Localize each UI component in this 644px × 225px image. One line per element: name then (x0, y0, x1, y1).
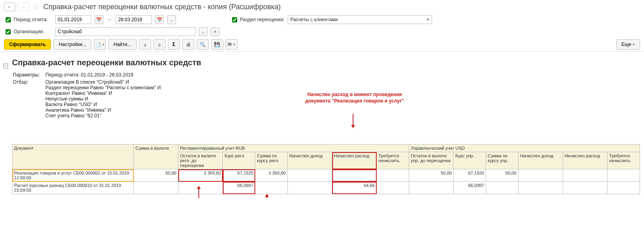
cell-amt-cur (134, 182, 178, 194)
report-title: Справка-расчет переоценки валютных средс… (12, 58, 640, 67)
col-reg-sum: Сумма по курсу регл. (255, 152, 288, 169)
section-value: Расчеты с клиентами (290, 17, 338, 22)
more-button[interactable]: Еще ▾ (616, 39, 640, 50)
cell-reg-expense: 54,66 (332, 182, 377, 194)
col-amt-cur: Сумма в валюте (134, 145, 178, 169)
date-from-input[interactable] (55, 15, 91, 24)
col-mgmt-sum: Сумма по курсу упр. (486, 152, 518, 169)
period-checkbox[interactable]: Период отчета: (4, 16, 52, 24)
annotation-arrow-icon (353, 114, 353, 126)
cell-reg-sum (255, 182, 288, 194)
cell-mgmt-need (608, 182, 640, 194)
cell-mgmt-need (608, 169, 640, 182)
cell-mgmt-income (518, 169, 563, 182)
cell-mgmt-expense (563, 169, 607, 182)
param-value: Период отчета: 01.01.2019 - 28.03.2019 (45, 72, 166, 78)
period-check-input[interactable] (6, 17, 11, 22)
org-check-input[interactable] (6, 29, 11, 34)
cell-mgmt-rate: 67,1920 (454, 169, 486, 182)
save-button[interactable]: 💾 (211, 39, 223, 50)
cell-reg-rate: 66,0987 (223, 182, 255, 194)
cell-reg-rate: 67,1920 (223, 169, 255, 182)
section-checkbox[interactable]: Раздел переоценки: (230, 16, 285, 24)
period-ellipsis-button[interactable]: ... (167, 15, 176, 24)
section-combo[interactable]: Расчеты с клиентами ▼ (288, 15, 432, 24)
report-table: Документ Сумма в валюте Регламентированн… (12, 144, 640, 194)
page-title: Справка-расчет переоценки валютных средс… (43, 3, 281, 11)
col-reg-need: Требуется начислить (377, 152, 409, 169)
annotation-top: Начислен расход в момент проведения доку… (305, 92, 405, 104)
org-checkbox[interactable]: Организация: (4, 28, 52, 36)
col-reg-rate: Курс регл. (223, 152, 255, 169)
col-reg-income: Начислен доход (287, 152, 332, 169)
collapse-handle[interactable]: − (3, 64, 8, 68)
col-reg-balance: Остаток в валюте регл. до переоценки (178, 152, 223, 169)
filter-line: Счет учета Равно "62.01" (45, 113, 161, 119)
section-check-input[interactable] (232, 17, 237, 22)
cell-reg-need (377, 182, 409, 194)
annotation-arrow-icon (198, 188, 199, 198)
col-reg-expense: Начислен расход (332, 152, 377, 169)
cell-doc: Расчет курсовых разниц СБ00-000010 от 31… (12, 182, 134, 194)
org-input[interactable] (55, 27, 196, 36)
preview-button[interactable]: 🔍 (197, 39, 209, 50)
cell-mgmt-rate: 66,0987 (454, 182, 486, 194)
nav-forward-button[interactable]: → (18, 2, 29, 11)
col-mgmt-group: Управленческий учет USD (409, 145, 640, 152)
col-mgmt-balance: Остаток в валюте упр. до переоценки (409, 152, 454, 169)
date-to-input[interactable] (116, 15, 152, 24)
cell-mgmt-sum: 50,00 (486, 169, 518, 182)
cell-reg-income (287, 169, 332, 182)
cell-doc: Реализация товаров и услуг СБ00-000002 о… (12, 169, 134, 182)
period-label: Период отчета: (14, 17, 48, 22)
chevron-down-icon: ▼ (426, 18, 430, 22)
cell-reg-balance: 3 359,60 (178, 169, 223, 182)
cell-mgmt-sum (486, 182, 518, 194)
expand-button[interactable]: ⎐ (139, 39, 151, 50)
col-doc: Документ (12, 145, 134, 169)
org-clear-button[interactable]: × (211, 27, 220, 36)
col-mgmt-need: Требуется начислить (608, 152, 640, 169)
filter-line: Непустые суммы И (45, 96, 161, 102)
filter-line: Раздел переоценки Равно "Расчеты с клиен… (45, 85, 161, 90)
cell-mgmt-balance (409, 182, 454, 194)
favorite-icon[interactable]: ☆ (33, 2, 39, 11)
filter-line: Контрагент Равно "Инвема" И (45, 90, 161, 96)
settings-button[interactable]: Настройки... (53, 39, 91, 50)
cell-amt-cur: 50,00 (134, 169, 178, 182)
col-reg-group: Регламентированный учет RUB (178, 145, 409, 152)
generate-button[interactable]: Сформировать (4, 39, 51, 50)
filter-label: Отбор: (13, 79, 44, 119)
filter-line: Валюта Равно "USD" И (45, 102, 161, 107)
email-button[interactable]: ✉▾ (226, 39, 238, 50)
org-label: Организация: (14, 29, 44, 34)
col-mgmt-income: Начислен доход (518, 152, 563, 169)
date-to-calendar-icon[interactable]: 📅 (155, 15, 164, 24)
date-separator: – (108, 17, 111, 22)
cell-reg-income (287, 182, 332, 194)
sum-button[interactable]: Σ (168, 39, 180, 50)
table-row[interactable]: Реализация товаров и услуг СБ00-000002 о… (12, 169, 640, 182)
date-from-calendar-icon[interactable]: 📅 (95, 15, 103, 24)
nav-back-button[interactable]: ← (4, 2, 15, 11)
print-button[interactable]: 🖨 (182, 39, 194, 50)
param-label: Параметры: (13, 72, 44, 78)
cell-reg-expense (332, 169, 377, 182)
filter-line: Организация В списке "Стройснаб" И (45, 79, 161, 85)
cell-mgmt-expense (563, 182, 607, 194)
variants-button[interactable]: 📑▾ (94, 39, 106, 50)
cell-reg-sum: 3 359,60 (255, 169, 288, 182)
col-mgmt-rate: Курс упр. (454, 152, 486, 169)
table-row[interactable]: Расчет курсовых разниц СБ00-000010 от 31… (12, 182, 640, 194)
org-ellipsis-button[interactable]: ... (199, 27, 208, 36)
annotation-arrow-icon (266, 196, 267, 198)
filter-line: Аналитика Равно "Инвема" И (45, 107, 161, 113)
collapse-button[interactable]: ⎐ (153, 39, 166, 50)
cell-mgmt-balance: 50,00 (409, 169, 454, 182)
params-block: Параметры: Период отчета: 01.01.2019 - 2… (12, 71, 166, 120)
section-label: Раздел переоценки: (240, 17, 285, 22)
col-mgmt-expense: Начислен расход (563, 152, 607, 169)
find-button[interactable]: Найти... (108, 39, 136, 50)
cell-mgmt-income (518, 182, 563, 194)
cell-reg-need (377, 169, 409, 182)
